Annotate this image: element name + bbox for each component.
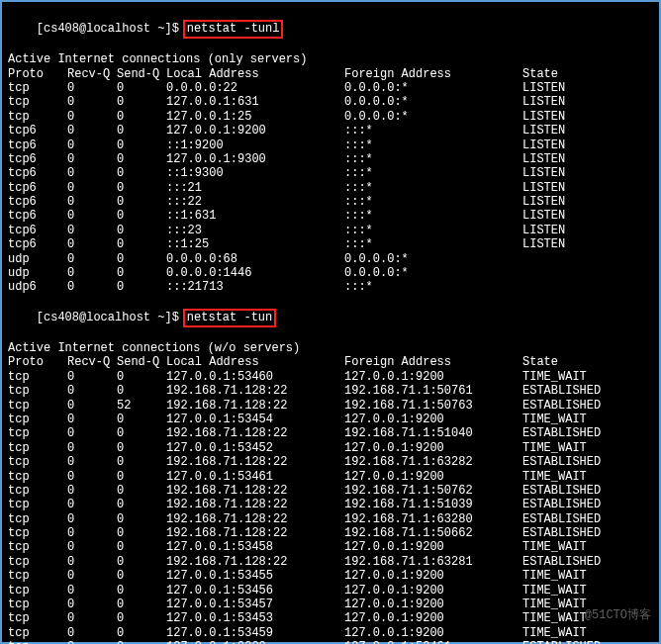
cell-local: :::22 xyxy=(166,195,344,209)
cell-recvq: 0 xyxy=(67,110,117,124)
cell-foreign: 192.168.71.1:51039 xyxy=(344,498,522,511)
cell-proto: tcp xyxy=(8,110,67,124)
cell-proto: udp xyxy=(8,266,67,280)
col-local: Local Address xyxy=(166,355,344,369)
cell-recvq: 0 xyxy=(67,181,117,195)
cell-state: LISTEN xyxy=(522,195,641,209)
cell-proto: tcp6 xyxy=(8,237,67,251)
cell-sendq: 0 xyxy=(117,81,166,95)
cell-local: 127.0.0.1:53461 xyxy=(166,470,344,484)
cell-sendq: 0 xyxy=(117,110,166,124)
cell-sendq: 0 xyxy=(117,209,166,223)
cell-sendq: 0 xyxy=(117,252,166,266)
command-1-highlight: netstat -tunl xyxy=(183,20,284,38)
netstat-row: tcp600::1:631:::*LISTEN xyxy=(8,209,653,223)
cell-foreign: 127.0.0.1:9200 xyxy=(344,413,522,426)
cell-local: 0.0.0.0:1446 xyxy=(166,266,344,280)
cell-sendq: 0 xyxy=(117,441,166,455)
cell-state: LISTEN xyxy=(522,81,641,95)
netstat-row: tcp00192.168.71.128:22192.168.71.1:50761… xyxy=(8,384,653,398)
netstat-row: tcp00127.0.0.1:53460127.0.0.1:9200TIME_W… xyxy=(8,370,653,384)
cell-state: LISTEN xyxy=(522,152,641,166)
netstat-row: tcp00127.0.0.1:53458127.0.0.1:9200TIME_W… xyxy=(8,540,653,554)
cell-recvq: 0 xyxy=(67,384,117,398)
cell-foreign: 0.0.0.0:* xyxy=(344,266,522,280)
cell-state: ESTABLISHED xyxy=(522,399,641,413)
cell-recvq: 0 xyxy=(67,455,117,469)
col-recvq: Recv-Q xyxy=(67,67,117,81)
prompt-line-2: [cs408@localhost ~]$netstat -tun xyxy=(8,295,653,341)
cell-sendq: 0 xyxy=(117,181,166,195)
cell-sendq: 0 xyxy=(117,470,166,484)
cell-proto: tcp xyxy=(8,95,67,109)
cell-local: 127.0.0.1:53459 xyxy=(166,626,344,640)
cell-state: TIME_WAIT xyxy=(522,626,641,640)
cell-recvq: 0 xyxy=(67,152,117,166)
terminal[interactable]: [cs408@localhost ~]$netstat -tunl Active… xyxy=(2,2,659,642)
cell-recvq: 0 xyxy=(67,512,117,526)
cell-recvq: 0 xyxy=(67,540,117,554)
cell-recvq: 0 xyxy=(67,266,117,280)
cell-recvq: 0 xyxy=(67,598,117,611)
col-proto: Proto xyxy=(8,355,67,369)
cell-proto: tcp xyxy=(8,399,67,413)
cell-sendq: 0 xyxy=(117,152,166,166)
cell-sendq: 0 xyxy=(117,124,166,138)
cell-foreign: :::* xyxy=(344,195,522,209)
cell-foreign: :::* xyxy=(344,138,522,152)
cell-sendq: 0 xyxy=(117,426,166,440)
cell-state: LISTEN xyxy=(522,166,641,180)
cell-state: TIME_WAIT xyxy=(522,413,641,426)
cell-local: 192.168.71.128:22 xyxy=(166,455,344,469)
cell-proto: tcp6 xyxy=(8,124,67,138)
cell-proto: tcp xyxy=(8,512,67,526)
cell-foreign: 127.0.0.1:9200 xyxy=(344,370,522,384)
cell-recvq: 0 xyxy=(67,124,117,138)
netstat-row: tcp00127.0.0.1:53459127.0.0.1:9200TIME_W… xyxy=(8,626,653,640)
cell-sendq: 52 xyxy=(117,399,166,413)
netstat-row: tcp00127.0.0.1:250.0.0.0:*LISTEN xyxy=(8,110,653,124)
col-recvq: Recv-Q xyxy=(67,355,117,369)
cell-foreign: :::* xyxy=(344,166,522,180)
cell-state: ESTABLISHED xyxy=(522,484,641,498)
command-1: netstat -tunl xyxy=(187,22,280,36)
netstat-row: tcp00192.168.71.128:22192.168.71.1:50762… xyxy=(8,484,653,498)
cell-foreign: 127.0.0.1:9200 xyxy=(344,569,522,583)
cell-local: ::1:631 xyxy=(166,209,344,223)
watermark: @51CTO博客 xyxy=(585,608,651,622)
cell-recvq: 0 xyxy=(67,209,117,223)
cell-proto: tcp6 xyxy=(8,152,67,166)
cell-local: 192.168.71.128:22 xyxy=(166,526,344,540)
cell-local: 127.0.0.1:9200 xyxy=(166,124,344,138)
netstat-row: tcp600::1:9200:::*LISTEN xyxy=(8,138,653,152)
cell-state: TIME_WAIT xyxy=(522,569,641,583)
netstat-row: tcp600:::21:::*LISTEN xyxy=(8,181,653,195)
cell-recvq: 0 xyxy=(67,426,117,440)
cell-foreign: :::* xyxy=(344,237,522,251)
cell-proto: tcp xyxy=(8,498,67,511)
netstat-row: tcp00192.168.71.128:22192.168.71.1:63282… xyxy=(8,455,653,469)
cell-foreign: :::* xyxy=(344,181,522,195)
cell-sendq: 0 xyxy=(117,555,166,569)
cell-state: LISTEN xyxy=(522,181,641,195)
cell-state: TIME_WAIT xyxy=(522,370,641,384)
cell-proto: udp xyxy=(8,252,67,266)
cell-proto: tcp xyxy=(8,584,67,598)
cell-proto: tcp6 xyxy=(8,195,67,209)
heading-1: Active Internet connections (only server… xyxy=(8,52,653,66)
cell-proto: tcp xyxy=(8,384,67,398)
cell-local: 192.168.71.128:22 xyxy=(166,484,344,498)
cell-proto: tcp xyxy=(8,640,67,644)
cell-proto: tcp xyxy=(8,370,67,384)
cell-sendq: 0 xyxy=(117,512,166,526)
cell-recvq: 0 xyxy=(67,441,117,455)
cell-local: 127.0.0.1:53455 xyxy=(166,569,344,583)
cell-state: ESTABLISHED xyxy=(522,640,641,644)
col-sendq: Send-Q xyxy=(117,355,166,369)
cell-foreign: 192.168.71.1:51040 xyxy=(344,426,522,440)
cell-foreign: 192.168.71.1:50761 xyxy=(344,384,522,398)
cell-state: LISTEN xyxy=(522,124,641,138)
cell-state: ESTABLISHED xyxy=(522,526,641,540)
cell-foreign: :::* xyxy=(344,124,522,138)
cell-state: LISTEN xyxy=(522,138,641,152)
